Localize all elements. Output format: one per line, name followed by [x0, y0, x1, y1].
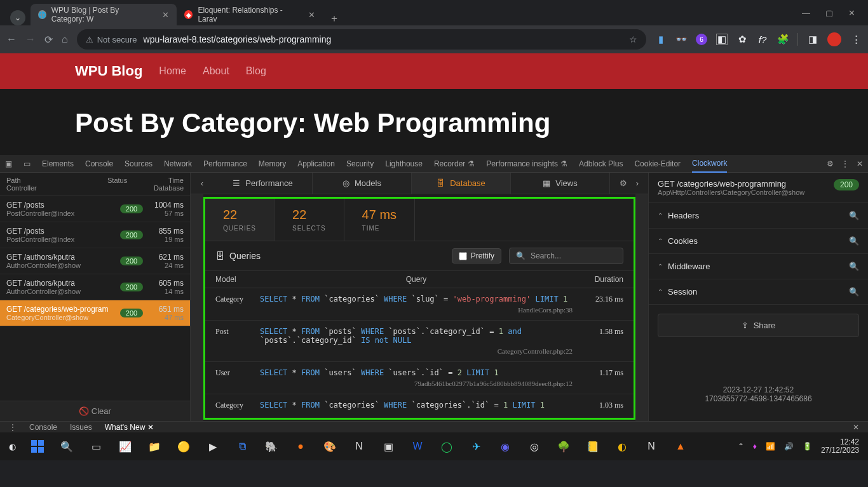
query-row[interactable]: Post SELECT * FROM `posts` WHERE `posts`…: [205, 321, 634, 362]
vscode-icon[interactable]: ⧉: [234, 439, 250, 454]
kebab-menu-icon[interactable]: ⋮: [850, 34, 862, 45]
close-icon[interactable]: ✕: [162, 10, 169, 20]
query-row[interactable]: User SELECT * FROM `users` WHERE `users`…: [205, 362, 634, 394]
request-row[interactable]: GET /postsPostController@index200855 ms1…: [0, 222, 190, 248]
terminal-icon[interactable]: ▣: [381, 439, 396, 454]
extension-icon[interactable]: ▮: [655, 34, 667, 45]
stat-selects[interactable]: 22 SELECTS: [275, 199, 344, 241]
home-button[interactable]: ⌂: [62, 34, 68, 45]
extension-icon[interactable]: 👓: [675, 34, 687, 45]
dt-tab-perf-insights[interactable]: Performance insights ⚗: [486, 159, 567, 168]
close-icon[interactable]: ✕: [857, 159, 863, 168]
request-row[interactable]: GET /authors/kputraAuthorController@show…: [0, 248, 190, 274]
figma-icon[interactable]: 🎨: [322, 439, 337, 454]
kebab-menu-icon[interactable]: ⋮: [841, 159, 849, 168]
dt-tab-performance[interactable]: Performance: [203, 159, 247, 168]
query-row[interactable]: Category SELECT * FROM `categories` WHER…: [205, 394, 634, 417]
start-button[interactable]: [30, 439, 45, 454]
gear-icon[interactable]: ⚙: [620, 178, 627, 188]
gear-icon[interactable]: ⚙: [827, 159, 834, 168]
request-row[interactable]: GET /authors/kputraAuthorController@show…: [0, 274, 190, 300]
dt-tab-clockwork[interactable]: Clockwork: [692, 155, 727, 173]
maximize-button[interactable]: ▢: [825, 8, 833, 18]
app-icon[interactable]: 📈: [118, 439, 133, 454]
dt-tab-lighthouse[interactable]: Lighthouse: [385, 159, 423, 168]
reload-button[interactable]: ⟳: [44, 34, 53, 46]
task-view-icon[interactable]: ▭: [88, 439, 104, 454]
bookmark-star-icon[interactable]: ☆: [629, 34, 637, 44]
search-icon[interactable]: 🔍: [849, 287, 859, 297]
dt-tab-application[interactable]: Application: [297, 159, 335, 168]
clear-button[interactable]: 🚫 Clear: [0, 401, 190, 421]
close-icon[interactable]: ✕: [853, 423, 859, 432]
clock[interactable]: 12:42 27/12/2023: [821, 438, 859, 455]
side-panel-icon[interactable]: ◨: [807, 34, 818, 45]
dt-tab-elements[interactable]: Elements: [42, 159, 74, 168]
dt-tab-network[interactable]: Network: [164, 159, 192, 168]
vlc-icon[interactable]: ▲: [673, 439, 688, 454]
wifi-icon[interactable]: 📶: [766, 442, 775, 451]
stat-queries[interactable]: 22 QUERIES: [205, 199, 275, 241]
chevron-right-icon[interactable]: ›: [636, 178, 639, 188]
minimize-button[interactable]: —: [802, 8, 810, 18]
chevron-left-icon[interactable]: ‹: [191, 178, 214, 188]
word-icon[interactable]: W: [410, 439, 425, 454]
app-icon[interactable]: 🐘: [264, 439, 279, 454]
dt-tab-memory[interactable]: Memory: [259, 159, 286, 168]
telegram-icon[interactable]: ✈: [468, 439, 484, 454]
drawer-whats-new[interactable]: What's New ✕: [105, 423, 154, 432]
device-icon[interactable]: ▭: [24, 159, 31, 168]
tab-search-dropdown[interactable]: ⌄: [10, 10, 25, 25]
search-icon[interactable]: 🔍: [59, 439, 74, 454]
battery-icon[interactable]: 🔋: [803, 442, 812, 451]
extension-icon[interactable]: f?: [757, 34, 768, 45]
search-icon[interactable]: 🔍: [849, 262, 859, 271]
security-indicator[interactable]: ⚠ Not secure: [86, 35, 137, 44]
tab-models[interactable]: ◎ Models: [313, 173, 412, 194]
dt-tab-recorder[interactable]: Recorder ⚗: [434, 159, 475, 168]
app-icon[interactable]: 🌳: [556, 439, 571, 454]
app-icon[interactable]: ◐: [614, 439, 630, 454]
tab-performance[interactable]: ☰ Performance: [214, 173, 313, 194]
accordion-cookies[interactable]: ⌃Cookies🔍: [649, 229, 868, 254]
request-row[interactable]: GET /categories/web-programCategoryContr…: [0, 300, 190, 326]
file-explorer-icon[interactable]: 📁: [147, 439, 162, 454]
close-window-button[interactable]: ✕: [848, 8, 855, 18]
volume-icon[interactable]: 🔊: [784, 442, 794, 451]
accordion-middleware[interactable]: ⌃Middleware🔍: [649, 254, 868, 279]
scrollbar[interactable]: [191, 194, 203, 421]
request-row[interactable]: GET /postsPostController@index2001004 ms…: [0, 196, 190, 222]
browser-tab-0[interactable]: 🌐 WPU Blog | Post By Category: W ✕: [31, 4, 177, 25]
extension-icon[interactable]: ✿: [736, 34, 748, 45]
obs-icon[interactable]: ◎: [527, 439, 542, 454]
app-icon[interactable]: 📒: [585, 439, 600, 454]
back-button[interactable]: ←: [6, 34, 17, 45]
drawer-console[interactable]: Console: [29, 423, 57, 432]
chrome-icon[interactable]: 🟡: [176, 439, 191, 454]
tab-database[interactable]: 🗄 Database: [412, 173, 511, 194]
discord-icon[interactable]: ◉: [498, 439, 513, 454]
drawer-issues[interactable]: Issues: [70, 423, 92, 432]
dt-tab-console[interactable]: Console: [85, 159, 113, 168]
kebab-menu-icon[interactable]: ⋮: [9, 423, 17, 432]
close-icon[interactable]: ✕: [308, 10, 315, 20]
dt-tab-sources[interactable]: Sources: [125, 159, 153, 168]
browser-tab-1[interactable]: ◆ Eloquent: Relationships - Larav ✕: [177, 4, 323, 25]
app-icon[interactable]: N: [644, 439, 659, 454]
nav-about[interactable]: About: [203, 65, 229, 77]
tray-icon[interactable]: ♦: [753, 442, 757, 451]
forward-button[interactable]: →: [25, 34, 36, 45]
tab-views[interactable]: ▦ Views: [511, 173, 610, 194]
weather-widget[interactable]: ◐: [9, 442, 16, 451]
stat-time[interactable]: 47 ms TIME: [344, 199, 415, 241]
notion-icon[interactable]: N: [351, 439, 367, 454]
search-icon[interactable]: 🔍: [849, 236, 859, 246]
extension-icon[interactable]: 6: [696, 34, 707, 45]
prettify-toggle[interactable]: Prettify: [452, 248, 501, 264]
nav-blog[interactable]: Blog: [246, 65, 266, 77]
query-row[interactable]: Category SELECT * FROM `categories` WHER…: [205, 288, 634, 321]
extension-icon[interactable]: ◧: [716, 34, 728, 45]
extensions-button[interactable]: 🧩: [777, 34, 789, 45]
whatsapp-icon[interactable]: ◯: [439, 439, 454, 454]
youtube-icon[interactable]: ▶: [205, 439, 220, 454]
